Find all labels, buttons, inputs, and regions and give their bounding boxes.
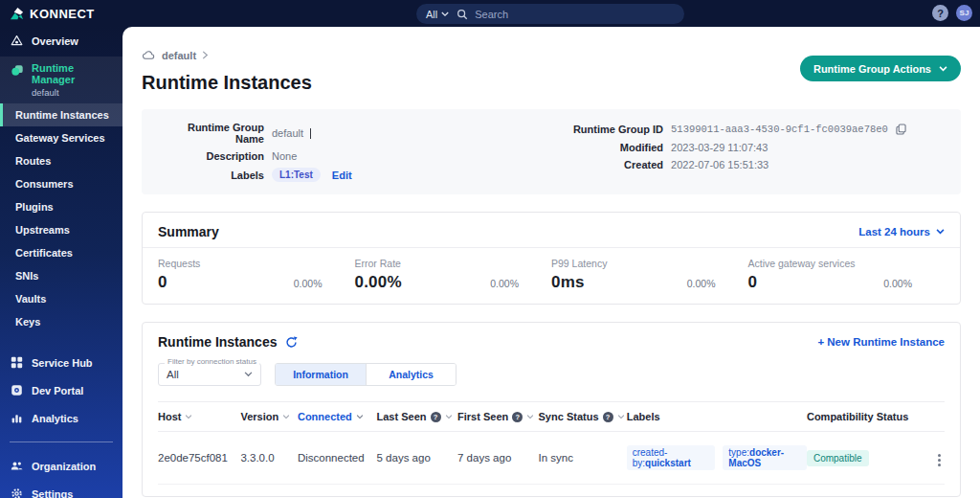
tab-analytics[interactable]: Analytics [366,364,456,385]
sidebar-item-runtime-manager[interactable]: Runtime Manager default [0,57,122,103]
column-header-sync-status[interactable]: Sync Status ? [539,411,627,422]
runtime-instances-title: Runtime Instances [158,334,277,350]
search-icon [455,7,469,21]
cell-compatibility: Compatible [807,452,917,464]
column-header-last-seen[interactable]: Last Seen ? [377,411,458,422]
time-range-label: Last 24 hours [858,226,930,238]
search-scope-dropdown[interactable]: All [426,9,449,20]
info-row: Modified 2023-03-29 11:07:43 [520,142,946,153]
cell-host: 2e0de75cf081 [158,452,240,464]
runtime-manager-icon [10,62,24,77]
overview-icon [10,34,24,48]
sidebar-item-label: Analytics [32,413,78,424]
info-label: Created [520,159,663,170]
sort-icon [526,415,534,419]
sort-icon [445,415,453,419]
metric-delta: 0.00% [294,278,323,289]
summary-card: Summary Last 24 hours Requests 0 0.00% E… [142,212,961,305]
new-runtime-instance-link[interactable]: + New Runtime Instance [817,336,945,348]
sidebar-item-service-hub[interactable]: Service Hub [0,349,122,376]
group-label-badge: L1:Test [272,168,321,182]
info-label: Modified [520,142,663,153]
table-header-row: Host Version Connected Last Seen ? [158,401,945,432]
info-row: Labels L1:Test Edit [157,168,520,182]
summary-metrics: Requests 0 0.00% Error Rate 0.00% 0.00% … [158,258,945,292]
runtime-group-actions-label: Runtime Group Actions [813,63,931,75]
filter-row: Filter by connection status All Informat… [158,363,945,386]
metric-active-gateway-services: Active gateway services 0 0.00% [748,258,946,292]
metric-delta: 0.00% [883,278,912,289]
copy-icon[interactable] [894,122,908,136]
info-label: Runtime Group Name [157,122,264,145]
global-search[interactable]: All [416,4,684,24]
column-header-version[interactable]: Version [240,411,298,422]
text-cursor [310,128,311,139]
sidebar-item-organization[interactable]: Organization [0,452,122,480]
sidebar-item-gateway-services[interactable]: Gateway Services [0,126,122,149]
sidebar-item-dev-portal[interactable]: Dev Portal [0,376,122,404]
sidebar-item-keys[interactable]: Keys [0,310,122,333]
info-row: Runtime Group Name default [157,122,520,145]
sidebar-item-settings[interactable]: Settings [0,480,122,498]
help-icon[interactable]: ? [512,412,523,422]
sidebar-item-label: Dev Portal [32,385,83,396]
info-row: Created 2022-07-06 15:51:33 [520,159,946,170]
connection-status-filter[interactable]: Filter by connection status All [158,363,261,386]
column-header-labels: Labels [627,411,807,422]
info-row: Description None [157,150,520,162]
metric-error-rate: Error Rate 0.00% 0.00% [355,258,552,292]
sort-icon [282,415,290,419]
column-header-host[interactable]: Host [158,411,240,422]
metric-p99-latency: P99 Latency 0ms 0.00% [551,258,748,292]
top-bar: KONNECT All ? SJ [0,0,980,27]
time-range-dropdown[interactable]: Last 24 hours [858,226,945,238]
sidebar-item-label: Organization [32,461,96,472]
column-header-compatibility-status: Compatibility Status [807,411,917,422]
tab-information[interactable]: Information [276,364,366,385]
search-scope-label: All [426,9,437,20]
refresh-icon[interactable] [284,335,299,350]
sidebar-item-vaults[interactable]: Vaults [0,287,122,310]
chevron-down-icon [939,66,947,72]
instance-label-badge: created-by:quickstart [627,445,716,470]
sidebar-item-certificates[interactable]: Certificates [0,241,122,264]
sidebar-item-consumers[interactable]: Consumers [0,172,122,195]
kong-logo-icon [10,7,24,21]
chevron-down-icon [936,229,945,235]
column-header-connected[interactable]: Connected [298,411,377,422]
runtime-manager-label: Runtime Manager [32,62,113,85]
sidebar-item-routes[interactable]: Routes [0,149,122,172]
sidebar-item-analytics[interactable]: Analytics [0,404,122,432]
help-icon[interactable]: ? [603,412,613,422]
info-label: Runtime Group ID [520,124,663,135]
sidebar-item-snis[interactable]: SNIs [0,264,122,287]
sidebar-item-runtime-instances[interactable]: Runtime Instances [0,103,122,126]
help-icon[interactable]: ? [932,5,948,21]
help-icon[interactable]: ? [431,412,441,422]
sidebar-item-plugins[interactable]: Plugins [0,195,122,218]
sidebar: Overview Runtime Manager default Runtime… [0,27,122,498]
created-value: 2022-07-06 15:51:33 [671,159,768,170]
runtime-group-actions-button[interactable]: Runtime Group Actions [800,56,961,81]
sidebar-divider [10,441,113,442]
instance-label-badge: type:docker-MacOS [723,445,807,470]
sort-icon [185,415,192,419]
konnect-logo[interactable]: KONNECT [0,7,122,21]
table-row[interactable]: 2e0de75cf081 3.3.0.0 Disconnected 5 days… [158,432,945,485]
metric-value: 0ms [551,273,585,292]
user-avatar[interactable]: SJ [956,5,972,21]
edit-labels-link[interactable]: Edit [332,170,352,181]
column-header-first-seen[interactable]: First Seen ? [457,411,539,422]
row-actions-kebab-icon[interactable] [934,452,945,468]
runtime-manager-sublabel: default [32,87,113,98]
chevron-down-icon [244,372,253,377]
sidebar-item-upstreams[interactable]: Upstreams [0,218,122,241]
cell-version: 3.3.0.0 [240,452,298,464]
search-input[interactable] [475,9,618,20]
sidebar-item-overview[interactable]: Overview [0,27,122,55]
topbar-right: ? SJ [932,5,972,21]
breadcrumb-runtime-group[interactable]: default [162,50,196,61]
view-tabs: Information Analytics [275,363,457,386]
info-label: Description [157,150,264,162]
compatibility-badge: Compatible [807,450,869,466]
